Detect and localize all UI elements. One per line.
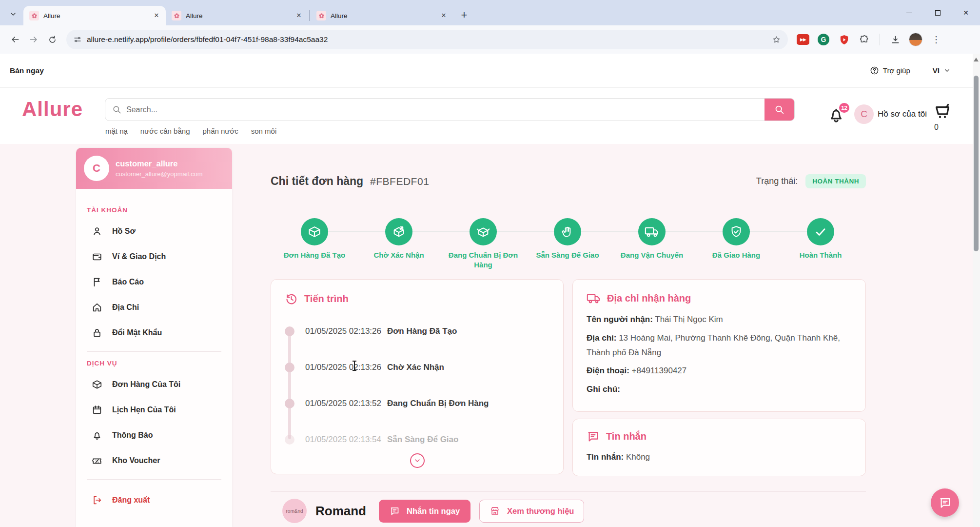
step-ready-to-ship: Sẵn Sàng Để Giao (526, 203, 609, 260)
tab-close-icon[interactable]: ✕ (294, 11, 303, 20)
sell-now-link[interactable]: Bán ngay (10, 66, 44, 75)
sidebar-user-card: C customer_allure customer_allure@yopmai… (76, 148, 232, 189)
language-value: VI (933, 66, 940, 75)
store-icon (490, 506, 500, 516)
allure-logo[interactable]: Allure (22, 98, 83, 121)
message-now-button[interactable]: Nhắn tin ngay (379, 500, 470, 523)
browser-tab-1[interactable]: Allure ✕ (23, 6, 166, 25)
forward-button[interactable] (24, 30, 43, 49)
toolbar-separator (880, 34, 880, 45)
tab-close-icon[interactable]: ✕ (152, 11, 161, 20)
bookmark-star-icon[interactable] (772, 35, 781, 44)
youtube-extension-icon[interactable]: ▶▶ (796, 32, 810, 47)
brand-name: Romand (315, 504, 366, 519)
sidebar-item-label: Thông Báo (112, 431, 153, 440)
browser-menu-kebab-icon[interactable]: ⋮ (929, 32, 943, 47)
logout-button[interactable]: Đăng xuất (87, 487, 221, 513)
page-scrollbar[interactable] (973, 54, 980, 527)
quick-link[interactable]: phấn nước (202, 127, 238, 135)
sidebar-item-label: Đổi Mật Khẩu (112, 328, 162, 337)
sidebar-item-vouchers[interactable]: Kho Voucher (87, 448, 221, 473)
flag-icon (92, 277, 102, 287)
quick-link[interactable]: nước cân bằng (140, 127, 190, 135)
sidebar-item-label: Kho Voucher (112, 456, 160, 465)
browser-tab-3[interactable]: Allure ✕ (311, 6, 453, 25)
url-text[interactable]: allure-e.netlify.app/profile/orders/fbfe… (87, 35, 767, 44)
sidebar-item-notifications[interactable]: Thông Báo (87, 423, 221, 448)
home-icon (92, 302, 102, 313)
sidebar-item-my-appointments[interactable]: Lịch Hẹn Của Tôi (87, 397, 221, 423)
truck-icon (587, 291, 601, 305)
sidebar-item-change-password[interactable]: Đổi Mật Khẩu (87, 320, 221, 345)
site-settings-icon[interactable] (73, 35, 82, 44)
quick-link[interactable]: son môi (251, 127, 277, 135)
scrollbar-up-arrow[interactable] (974, 58, 979, 61)
allure-favicon-icon (29, 11, 39, 20)
scrollbar-thumb[interactable] (974, 76, 979, 251)
profile-link[interactable]: Hồ sơ của tôi (878, 109, 927, 119)
chat-bubble-icon (939, 496, 952, 509)
tab-search-button[interactable] (5, 6, 21, 22)
sidebar-item-label: Địa Chỉ (112, 303, 139, 312)
user-icon (92, 226, 102, 237)
sidebar-item-label: Lịch Hẹn Của Tôi (112, 405, 176, 414)
browser-tab-2[interactable]: Allure ✕ (166, 6, 308, 25)
brand-logo[interactable]: rom&nd (282, 499, 307, 523)
quick-link[interactable]: mặt nạ (105, 127, 128, 135)
timeline-title: Tiến trình (304, 293, 349, 304)
cart-icon[interactable] (932, 101, 955, 122)
check-icon (814, 225, 827, 239)
address-bar[interactable]: allure-e.netlify.app/profile/orders/fbfe… (66, 30, 788, 49)
extensions-puzzle-icon[interactable] (857, 32, 872, 47)
content-area: C customer_allure customer_allure@yopmai… (0, 144, 980, 527)
sidebar-item-reports[interactable]: Báo Cáo (87, 269, 221, 295)
logout-icon (92, 495, 102, 506)
note-line: Ghi chú: (587, 382, 852, 397)
sidebar-item-label: Đơn Hàng Của Tôi (112, 380, 180, 389)
help-link[interactable]: Trợ giúp (870, 66, 910, 75)
grammarly-extension-icon[interactable]: G (816, 32, 831, 47)
tab-close-icon[interactable]: ✕ (439, 11, 448, 20)
search-input[interactable] (126, 105, 764, 114)
lock-icon (92, 327, 102, 338)
tab-title: Allure (43, 12, 148, 20)
language-selector[interactable]: VI (933, 66, 951, 75)
downloads-icon[interactable] (888, 32, 902, 47)
message-title: Tin nhắn (606, 431, 647, 442)
timeline-expand-button[interactable] (410, 453, 425, 468)
browser-profile-avatar[interactable] (908, 32, 923, 47)
search-bar (105, 98, 795, 121)
notifications-bell-icon[interactable]: 12 (827, 105, 848, 127)
package-icon (92, 379, 102, 390)
reload-button[interactable] (43, 30, 61, 49)
bell-icon (92, 430, 102, 441)
search-submit-button[interactable] (764, 99, 794, 121)
new-tab-button[interactable]: + (457, 8, 471, 22)
back-button[interactable] (6, 30, 24, 49)
step-in-transit: Đang Vận Chuyển (610, 203, 693, 260)
step-completed: Hoàn Thành (779, 203, 862, 260)
user-avatar[interactable]: C (854, 104, 874, 124)
timeline-event: 01/05/2025 02:13:52 Đang Chuẩn Bị Đơn Hà… (285, 385, 549, 422)
window-close-button[interactable]: ✕ (952, 0, 980, 25)
tab-strip: Allure ✕ Allure ✕ Allure ✕ + ✕ (0, 0, 980, 25)
sidebar-item-my-orders[interactable]: Đơn Hàng Của Tôi (87, 372, 221, 397)
view-brand-button[interactable]: Xem thương hiệu (479, 500, 584, 523)
sidebar-avatar: C (84, 156, 109, 181)
logout-label: Đăng xuất (112, 496, 150, 505)
browser-window: Allure ✕ Allure ✕ Allure ✕ + ✕ allure-e.… (0, 0, 980, 527)
window-minimize-button[interactable] (895, 0, 923, 25)
sidebar-item-address[interactable]: Địa Chỉ (87, 295, 221, 320)
step-awaiting-confirmation: Chờ Xác Nhận (357, 203, 440, 260)
phone-line: Điện thoại: +84911390427 (587, 364, 852, 378)
shield-check-icon (729, 225, 743, 239)
chat-fab-button[interactable] (931, 488, 959, 517)
allure-favicon-icon (172, 11, 181, 20)
shield-extension-icon[interactable] (837, 32, 851, 47)
sidebar-item-profile[interactable]: Hồ Sơ (87, 219, 221, 244)
window-maximize-button[interactable] (923, 0, 952, 25)
timeline-event: 01/05/2025 02:13:54 Sẵn Sàng Để Giao (285, 422, 549, 458)
status-label: Trạng thái: (756, 176, 798, 186)
sidebar-item-wallet[interactable]: Ví & Giao Dịch (87, 244, 221, 269)
timeline-dot (285, 363, 294, 372)
